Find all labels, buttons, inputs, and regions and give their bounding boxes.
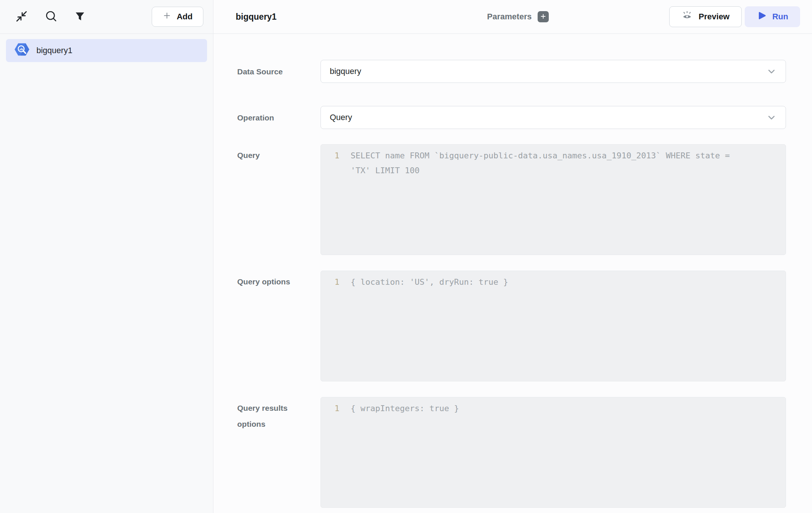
query-options-editor[interactable]: 1 { location: 'US', dryRun: true }	[320, 271, 786, 381]
line-number: 1	[321, 401, 339, 416]
query-results-options-editor[interactable]: 1 { wrapIntegers: true }	[320, 397, 786, 508]
bigquery-icon	[14, 42, 30, 59]
query-form: Data Source bigquery Operation	[213, 34, 812, 508]
app-window: Add bigquery1	[0, 0, 812, 513]
collapse-icon	[14, 9, 29, 25]
operation-select[interactable]: Query	[320, 106, 786, 129]
page-title: bigquery1	[236, 12, 277, 22]
operation-value: Query	[330, 113, 352, 122]
filter-button[interactable]	[74, 10, 86, 24]
add-button-label: Add	[177, 12, 193, 22]
query-editor-panel: bigquery1 Parameters	[213, 0, 812, 513]
code-text: SELECT name FROM `bigquery-public-data.u…	[339, 148, 730, 163]
plus-icon	[162, 11, 171, 22]
line-number	[321, 163, 339, 178]
line-number: 1	[321, 148, 339, 163]
line-number: 1	[321, 275, 339, 290]
filter-icon	[74, 10, 86, 24]
code-text: { wrapIntegers: true }	[339, 401, 459, 416]
search-button[interactable]	[45, 10, 58, 24]
chevron-down-icon	[766, 66, 777, 77]
preview-button-label: Preview	[699, 12, 729, 22]
add-query-button[interactable]: Add	[152, 7, 203, 27]
query-label: Query	[237, 144, 320, 163]
query-code-editor[interactable]: 1 SELECT name FROM `bigquery-public-data…	[320, 144, 786, 255]
query-row: Query 1 SELECT name FROM `bigquery-publi…	[237, 144, 786, 255]
plus-icon	[540, 13, 547, 21]
query-options-label: Query options	[237, 271, 320, 290]
sidebar-toolbar: Add	[0, 0, 213, 34]
query-item-label: bigquery1	[36, 46, 72, 55]
code-text: { location: 'US', dryRun: true }	[339, 275, 508, 290]
search-icon	[45, 10, 58, 24]
data-source-label: Data Source	[237, 64, 320, 80]
query-results-options-label: Query results options	[237, 397, 320, 432]
parameters-label: Parameters	[487, 12, 532, 22]
data-source-select[interactable]: bigquery	[320, 60, 786, 83]
run-button[interactable]: Run	[745, 6, 800, 27]
query-editor-header: bigquery1 Parameters	[213, 0, 812, 34]
collapse-sidebar-button[interactable]	[14, 9, 29, 25]
data-source-value: bigquery	[330, 67, 361, 76]
query-sidebar: Add bigquery1	[0, 0, 213, 513]
operation-label: Operation	[237, 110, 320, 126]
eye-icon	[682, 10, 693, 23]
add-parameter-button[interactable]	[538, 11, 549, 22]
code-text: 'TX' LIMIT 100	[339, 163, 419, 178]
run-button-label: Run	[772, 12, 788, 22]
query-list: bigquery1	[0, 34, 213, 67]
code-line: 'TX' LIMIT 100	[321, 163, 786, 178]
query-results-options-row: Query results options 1 { wrapIntegers: …	[237, 397, 786, 508]
data-source-row: Data Source bigquery	[237, 60, 786, 83]
play-icon	[757, 11, 766, 23]
query-list-item-bigquery1[interactable]: bigquery1	[6, 39, 207, 62]
code-line: 1 { location: 'US', dryRun: true }	[321, 275, 786, 290]
code-line: 1 { wrapIntegers: true }	[321, 401, 786, 416]
query-options-row: Query options 1 { location: 'US', dryRun…	[237, 271, 786, 381]
chevron-down-icon	[766, 112, 777, 123]
preview-button[interactable]: Preview	[669, 6, 742, 27]
code-line: 1 SELECT name FROM `bigquery-public-data…	[321, 148, 786, 163]
parameters-section: Parameters	[487, 11, 549, 22]
operation-row: Operation Query	[237, 106, 786, 129]
